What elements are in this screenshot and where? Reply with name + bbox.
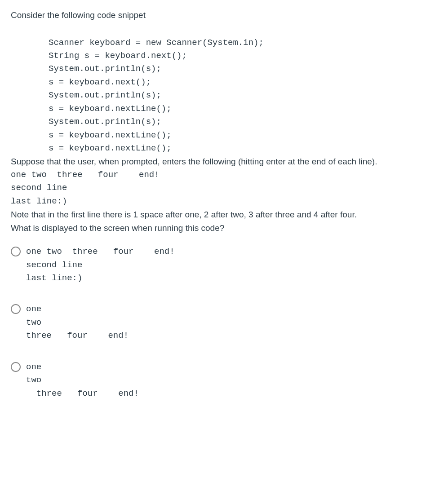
answer-option-2[interactable]: one two three four end! bbox=[11, 303, 437, 342]
prompt-text-3: What is displayed to the screen when run… bbox=[11, 221, 437, 234]
code-snippet: Scanner keyboard = new Scanner(System.in… bbox=[49, 36, 437, 155]
prompt-text-2: Note that in the first line there is 1 s… bbox=[11, 208, 437, 221]
answer-options: one two three four end! second line last… bbox=[11, 245, 437, 400]
answer-option-3[interactable]: one two three four end! bbox=[11, 361, 437, 400]
question-intro: Consider the following code snippet bbox=[11, 9, 437, 22]
option-text: one two three four end! second line last… bbox=[26, 245, 175, 285]
option-text: one two three four end! bbox=[26, 361, 139, 400]
radio-button[interactable] bbox=[11, 304, 21, 314]
option-text: one two three four end! bbox=[26, 303, 129, 342]
radio-button[interactable] bbox=[11, 362, 21, 372]
answer-option-1[interactable]: one two three four end! second line last… bbox=[11, 245, 437, 285]
user-input-sample: one two three four end! second line last… bbox=[11, 168, 437, 208]
prompt-text-1: Suppose that the user, when prompted, en… bbox=[11, 155, 437, 168]
radio-button[interactable] bbox=[11, 247, 21, 256]
